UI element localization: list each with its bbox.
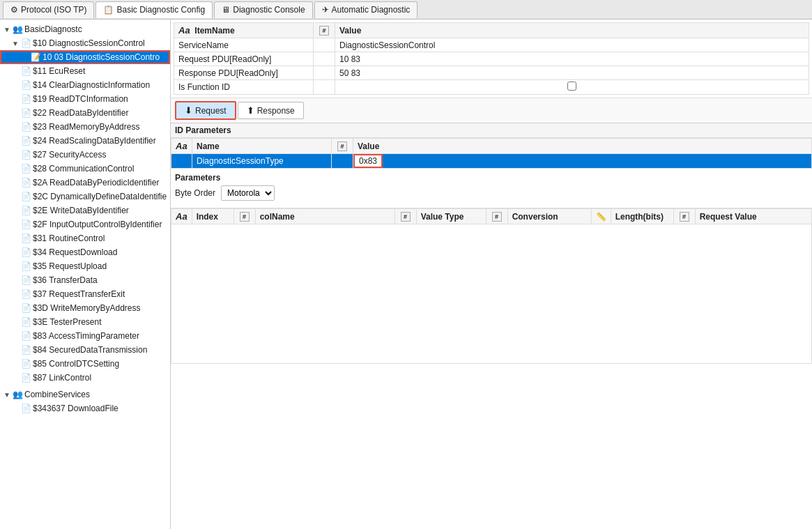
prop-header-hash: # bbox=[314, 23, 335, 38]
bt-header-hash2: # bbox=[394, 209, 416, 224]
prop-hash-response bbox=[314, 66, 335, 80]
tab-diag-console-label: Diagnostic Console bbox=[233, 5, 305, 15]
param-header-value: Value bbox=[353, 139, 812, 154]
tree-item-2A[interactable]: 📄$2A ReadDataByPeriodicIdentifier bbox=[0, 176, 170, 190]
tree-root-icon: 👥 bbox=[13, 24, 23, 34]
bottom-table: Aa Index # colName # bbox=[171, 208, 812, 364]
tree-item-27[interactable]: 📄$27 SecurityAccess bbox=[0, 148, 170, 162]
response-tab[interactable]: ⬆ Response bbox=[238, 102, 304, 119]
bt-header-aa: Aa bbox=[171, 209, 192, 224]
response-icon: ⬆ bbox=[247, 105, 254, 116]
tree-item-85[interactable]: 📄$85 ControlDTCSetting bbox=[0, 357, 170, 371]
tree-item-28[interactable]: 📄$28 CommunicationControl bbox=[0, 162, 170, 176]
tree-item-36[interactable]: 📄$36 TransferData bbox=[0, 273, 170, 287]
bt-header-hash4: # bbox=[673, 209, 695, 224]
tree-item-34[interactable]: 📄$34 RequestDownload bbox=[0, 245, 170, 259]
tree-root-basicdiag[interactable]: ▼ 👥 BasicDiagnostc bbox=[0, 22, 170, 36]
properties-table: Aa ItemName # Value bbox=[174, 22, 809, 95]
parameters-label: Parameters bbox=[175, 173, 220, 183]
tree-item-87[interactable]: 📄$87 LinkControl bbox=[0, 371, 170, 385]
tree-item-3E[interactable]: 📄$3E TesterPresent bbox=[0, 315, 170, 329]
tree-item-23[interactable]: 📄$23 ReadMemoryByAddress bbox=[0, 120, 170, 134]
tree-item-10-icon: 📄 bbox=[21, 38, 31, 48]
tab-auto-diag[interactable]: ✈ Automatic Diagnostic bbox=[314, 1, 418, 18]
tree-item-2C[interactable]: 📄$2C DynamicallyDefineDataIdentifie bbox=[0, 190, 170, 204]
prop-header-aa: Aa ItemName bbox=[174, 23, 314, 38]
tree-item-1003-label: 10 03 DiagnosticSessionContro bbox=[43, 52, 160, 62]
parameters-section: Parameters Byte Order Motorola Intel bbox=[171, 169, 812, 208]
prop-hash-funcid bbox=[314, 80, 335, 95]
bt-empty-row bbox=[171, 224, 812, 364]
hash-icon[interactable]: # bbox=[319, 26, 329, 36]
bt-header-hash1: # bbox=[233, 209, 255, 224]
request-tab[interactable]: ⬇ Request bbox=[175, 101, 236, 120]
response-tab-label: Response bbox=[257, 106, 295, 116]
prop-row-response: Response PDU[ReadOnly] 50 83 bbox=[174, 66, 809, 80]
param-hash-0 bbox=[332, 154, 353, 169]
tree-item-24[interactable]: 📄$24 ReadScalingDataByIdentifier bbox=[0, 134, 170, 148]
tree-root-combine[interactable]: ▼ 👥 CombineServices bbox=[0, 388, 170, 401]
param-row-0[interactable]: DiagnosticSessionType 0x83 bbox=[171, 154, 812, 169]
tree-item-343637[interactable]: 📄 $343637 DownloadFile bbox=[0, 401, 170, 415]
bt-header-index: Index bbox=[192, 209, 233, 224]
tree-item-10[interactable]: ▼ 📄 $10 DiagnosticSessionControl bbox=[0, 36, 170, 50]
bt-header-colname: colName bbox=[255, 209, 394, 224]
req-res-tabs: ⬇ Request ⬆ Response bbox=[171, 98, 812, 123]
prop-name-request: Request PDU[ReadOnly] bbox=[174, 52, 314, 66]
prop-name-response: Response PDU[ReadOnly] bbox=[174, 66, 314, 80]
combine-label: CombineServices bbox=[24, 390, 90, 399]
bt-hash3-icon[interactable]: # bbox=[492, 212, 502, 222]
prop-hash-request bbox=[314, 52, 335, 66]
prop-row-request: Request PDU[ReadOnly] 10 83 bbox=[174, 52, 809, 66]
bt-hash2-icon[interactable]: # bbox=[401, 212, 411, 222]
tab-auto-diag-label: Automatic Diagnostic bbox=[332, 5, 411, 15]
bt-hash4-icon[interactable]: # bbox=[680, 212, 689, 222]
expand-icon: ▼ bbox=[3, 26, 11, 33]
param-header-name: Name bbox=[192, 139, 332, 154]
param-aa-0 bbox=[171, 154, 192, 169]
tree-item-35[interactable]: 📄$35 RequestUpload bbox=[0, 259, 170, 273]
prop-value-funcid bbox=[335, 80, 809, 95]
bt-header-hash3: # bbox=[486, 209, 507, 224]
tree-item-19[interactable]: 📄$19 ReadDTCInformation bbox=[0, 92, 170, 106]
prop-value-request: 10 83 bbox=[335, 52, 809, 66]
tree-panel: ▼ 👥 BasicDiagnostc ▼ 📄 $10 DiagnosticSes… bbox=[0, 20, 171, 529]
param-name-0: DiagnosticSessionType bbox=[192, 154, 332, 169]
tab-diag-console[interactable]: 🖥 Diagnostic Console bbox=[214, 1, 312, 18]
combine-icon: 👥 bbox=[13, 390, 23, 399]
tree-item-2F[interactable]: 📄$2F InputOutputControlByIdentifier bbox=[0, 217, 170, 231]
basic-diag-icon: 📋 bbox=[103, 5, 114, 15]
byte-order-select[interactable]: Motorola Intel bbox=[221, 185, 275, 201]
tree-item-31[interactable]: 📄$31 RoutineControl bbox=[0, 231, 170, 245]
main-layout: ▼ 👥 BasicDiagnostc ▼ 📄 $10 DiagnosticSes… bbox=[0, 20, 812, 529]
param-value-highlighted[interactable]: 0x83 bbox=[353, 154, 383, 168]
bt-header-lengthbits: Length(bits) bbox=[611, 209, 673, 224]
tree-item-2E[interactable]: 📄$2E WriteDataByIdentifier bbox=[0, 204, 170, 217]
expand-icon-10: ▼ bbox=[11, 40, 20, 47]
tree-item-11[interactable]: 📄$11 EcuReset bbox=[0, 64, 170, 78]
param-hash-icon[interactable]: # bbox=[337, 141, 347, 151]
auto-diag-icon: ✈ bbox=[322, 5, 329, 15]
prop-value-servicename: DiagnosticSessionControl bbox=[335, 38, 809, 52]
protocol-icon: ⚙ bbox=[10, 5, 18, 15]
tab-basic-diag-label: Basic Diagnostic Config bbox=[116, 5, 205, 15]
tab-protocol-label: Protocol (ISO TP) bbox=[21, 5, 86, 15]
tree-item-3D[interactable]: 📄$3D WriteMemoryByAddress bbox=[0, 301, 170, 315]
prop-value-response: 50 83 bbox=[335, 66, 809, 80]
tree-item-84[interactable]: 📄$84 SecuredDataTransmission bbox=[0, 343, 170, 357]
param-header-hash: # bbox=[332, 139, 353, 154]
tab-protocol[interactable]: ⚙ Protocol (ISO TP) bbox=[3, 1, 94, 18]
bt-hash1-icon[interactable]: # bbox=[240, 212, 250, 222]
tree-root-label: BasicDiagnostc bbox=[24, 24, 82, 34]
diag-console-icon: 🖥 bbox=[222, 5, 230, 15]
funcid-checkbox[interactable] bbox=[567, 82, 576, 91]
tree-item-14[interactable]: 📄$14 ClearDiagnosticInformation bbox=[0, 78, 170, 92]
expand-icon-1003 bbox=[21, 54, 29, 61]
tree-item-83[interactable]: 📄$83 AccessTimingParameter bbox=[0, 329, 170, 343]
tree-item-1003[interactable]: 📝 10 03 DiagnosticSessionContro bbox=[0, 50, 170, 64]
tree-item-1003-icon: 📝 bbox=[31, 52, 41, 62]
tab-basic-diag[interactable]: 📋 Basic Diagnostic Config bbox=[95, 1, 213, 18]
tree-item-37[interactable]: 📄$37 RequestTransferExit bbox=[0, 287, 170, 301]
prop-name-servicename: ServiceName bbox=[174, 38, 314, 52]
tree-item-22[interactable]: 📄$22 ReadDataByIdentifier bbox=[0, 106, 170, 120]
